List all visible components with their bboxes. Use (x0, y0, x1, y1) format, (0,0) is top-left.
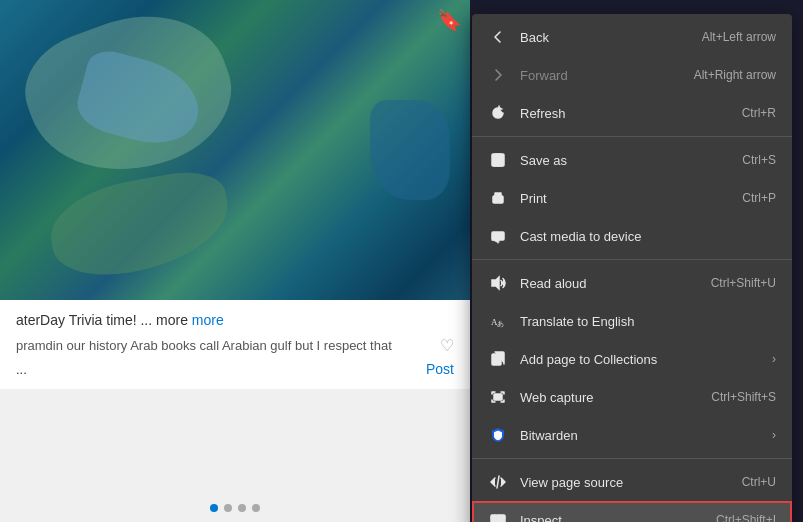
content-area: aterDay Trivia time! ... more more pramd… (0, 300, 470, 389)
svg-rect-4 (495, 200, 501, 202)
back-icon (488, 27, 508, 47)
menu-item-cast[interactable]: Cast media to device (472, 217, 792, 255)
svg-line-12 (497, 476, 499, 488)
view-source-icon (488, 472, 508, 492)
bitwarden-arrow: › (772, 428, 776, 442)
web-capture-label: Web capture (520, 390, 593, 405)
satellite-image (0, 0, 470, 300)
forward-icon (488, 65, 508, 85)
more-link[interactable]: more (192, 312, 224, 328)
view-source-label: View page source (520, 475, 623, 490)
web-capture-shortcut: Ctrl+Shift+S (711, 390, 776, 404)
divider-3 (472, 458, 792, 459)
dots-indicator (210, 504, 260, 512)
svg-rect-2 (494, 161, 502, 166)
svg-rect-1 (495, 154, 501, 158)
comment-line: pramdin our history Arab books call Arab… (16, 336, 454, 355)
print-icon (488, 188, 508, 208)
inspect-icon (488, 510, 508, 522)
menu-item-back[interactable]: Back Alt+Left arrow (472, 18, 792, 56)
menu-item-save-as[interactable]: Save as Ctrl+S (472, 141, 792, 179)
refresh-icon (488, 103, 508, 123)
read-aloud-shortcut: Ctrl+Shift+U (711, 276, 776, 290)
menu-item-forward: Forward Alt+Right arrow (472, 56, 792, 94)
dot-2 (224, 504, 232, 512)
refresh-label: Refresh (520, 106, 566, 121)
back-label: Back (520, 30, 549, 45)
save-as-shortcut: Ctrl+S (742, 153, 776, 167)
dot-1 (210, 504, 218, 512)
post-line: ... Post (16, 361, 454, 377)
print-label: Print (520, 191, 547, 206)
cast-icon (488, 226, 508, 246)
web-capture-icon (488, 387, 508, 407)
svg-rect-11 (494, 394, 502, 400)
forward-shortcut: Alt+Right arrow (694, 68, 776, 82)
collections-icon (488, 349, 508, 369)
svg-text:あ: あ (497, 320, 504, 328)
context-menu: Back Alt+Left arrow Forward Alt+Right ar… (472, 14, 792, 522)
forward-label: Forward (520, 68, 568, 83)
cast-label: Cast media to device (520, 229, 641, 244)
dot-4 (252, 504, 260, 512)
menu-item-bitwarden[interactable]: Bitwarden › (472, 416, 792, 454)
view-source-shortcut: Ctrl+U (742, 475, 776, 489)
translate-icon: A あ (488, 311, 508, 331)
bitwarden-icon (488, 425, 508, 445)
menu-item-translate[interactable]: A あ Translate to English (472, 302, 792, 340)
heart-icon[interactable]: ♡ (440, 336, 454, 355)
collections-label: Add page to Collections (520, 352, 657, 367)
menu-item-print[interactable]: Print Ctrl+P (472, 179, 792, 217)
menu-item-collections[interactable]: Add page to Collections › (472, 340, 792, 378)
inspect-label: Inspect (520, 513, 562, 523)
menu-item-read-aloud[interactable]: Read aloud Ctrl+Shift+U (472, 264, 792, 302)
bookmark-icon[interactable]: 🔖 (437, 8, 462, 32)
trivia-text: aterDay Trivia time! ... more more (16, 312, 454, 328)
print-shortcut: Ctrl+P (742, 191, 776, 205)
menu-item-web-capture[interactable]: Web capture Ctrl+Shift+S (472, 378, 792, 416)
collections-arrow: › (772, 352, 776, 366)
divider-1 (472, 136, 792, 137)
back-shortcut: Alt+Left arrow (702, 30, 776, 44)
dot-3 (238, 504, 246, 512)
menu-item-view-source[interactable]: View page source Ctrl+U (472, 463, 792, 501)
save-as-label: Save as (520, 153, 567, 168)
post-button[interactable]: Post (426, 361, 454, 377)
inspect-shortcut: Ctrl+Shift+I (716, 513, 776, 522)
save-icon (488, 150, 508, 170)
read-aloud-icon (488, 273, 508, 293)
refresh-shortcut: Ctrl+R (742, 106, 776, 120)
menu-item-refresh[interactable]: Refresh Ctrl+R (472, 94, 792, 132)
page-background: 🔖 aterDay Trivia time! ... more more pra… (0, 0, 470, 522)
divider-2 (472, 259, 792, 260)
bitwarden-label: Bitwarden (520, 428, 578, 443)
translate-label: Translate to English (520, 314, 634, 329)
read-aloud-label: Read aloud (520, 276, 587, 291)
menu-item-inspect[interactable]: Inspect Ctrl+Shift+I (472, 501, 792, 522)
